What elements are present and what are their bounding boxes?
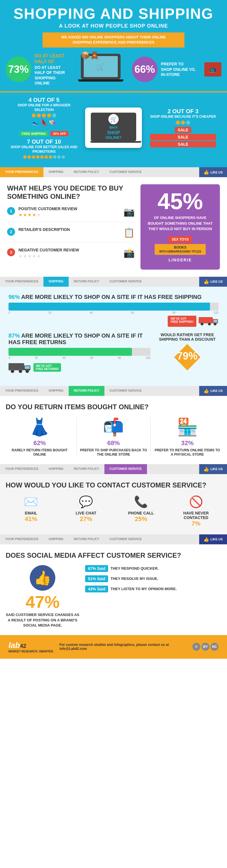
shipping-stat2-pct: 87%: [8, 333, 20, 339]
tab-shipping-4[interactable]: Shipping: [43, 464, 69, 474]
tab-return-policy-3[interactable]: Return Policy: [69, 386, 104, 396]
laptop-bottom: [90, 141, 141, 143]
tab-shipping-2[interactable]: Shipping: [43, 277, 69, 287]
tab-like-us-4[interactable]: 👍 Like Us: [199, 464, 227, 474]
shipping-stat1-desc: Are More Likely to Shop on a Site if It …: [21, 294, 202, 300]
email-icon: ✉️: [6, 495, 56, 508]
review-item1: 1 Positive Customer Review ★ ★ ★ ★ ★ 📷: [7, 207, 135, 222]
cc-icon: ©: [192, 643, 200, 651]
79-visual: 79%: [173, 343, 201, 373]
svg-point-3: [201, 322, 203, 326]
why-item1-count: 4 out of 5: [8, 97, 79, 103]
svg-rect-0: [199, 317, 213, 323]
subtitle: A Look at How People Shop Online: [3, 23, 224, 29]
return-person-icon1: 👗: [6, 417, 74, 437]
tab-like-us-2[interactable]: 👍 Like Us: [199, 277, 227, 287]
cs-item-email: ✉️ Email 41%: [6, 495, 56, 527]
diamond-sign-icon: 79%: [173, 343, 201, 371]
d2: [28, 155, 31, 159]
return-item3-desc: Prefer to Return Online Items to a Physi…: [153, 448, 221, 457]
free-badge: FREE SHIPPING: [20, 131, 48, 136]
main-stats-section: 73% DO AT LEAST HALF OF Do at Least Half…: [0, 50, 227, 91]
shipping-truck2-area: WE'VE GOTFREE RETURNS!: [8, 362, 150, 373]
tab-like-us-3[interactable]: 👍 Like Us: [199, 386, 227, 396]
tab-shipping-5[interactable]: Shipping: [43, 534, 69, 544]
tab-like-us-1[interactable]: 👍 Like Us: [199, 167, 227, 177]
tab-your-preferences-1[interactable]: Your Preferences: [0, 167, 43, 177]
nav-tabs-preferences: Your Preferences Shipping Return Policy …: [0, 167, 227, 177]
social-said-text: Said Customer Service Changes as a Resul…: [6, 612, 79, 628]
footer-logo-block: lab42 Market Research. Smarter.: [8, 641, 53, 653]
stat2-text: Prefer to Shop Online vs. In-Store: [161, 61, 196, 77]
tab-your-preferences-4[interactable]: Your Preferences: [0, 464, 43, 474]
d5: [40, 155, 44, 159]
free-returns-badge: WE'VE GOTFREE RETURNS!: [34, 363, 61, 372]
tab-your-preferences-2[interactable]: Your Preferences: [0, 277, 43, 287]
tab-shipping-3[interactable]: Shipping: [43, 386, 69, 396]
stat1-highlight-text: DO AT LEAST HALF OF: [35, 54, 65, 64]
tab-return-policy-1[interactable]: Return Policy: [69, 167, 104, 177]
tab-shipping-1[interactable]: Shipping: [43, 167, 69, 177]
shipping-stat3: Would Rather Get Free Shipping Than a Di…: [156, 333, 219, 373]
d6: [44, 155, 48, 159]
why-item2: FREE SHIPPING 30% OFF 7 out of 10 Shop O…: [8, 131, 79, 159]
dr3: [186, 121, 190, 125]
return-item3: 🏪 32% Prefer to Return Online Items to a…: [153, 417, 221, 457]
lingerie-badge: LINGERIE: [163, 256, 197, 264]
tab-customer-service-1[interactable]: Customer Service: [104, 167, 147, 177]
shipping-bar1-fill: [8, 303, 210, 311]
books-badge: BOOKSwith embarrassing titles: [155, 244, 206, 255]
return-item1-pct: 62%: [6, 439, 74, 447]
tab-your-preferences-3[interactable]: Your Preferences: [0, 386, 43, 396]
cs-phone-label: Phone Call: [116, 511, 166, 515]
shipping-bar1-container: [8, 303, 219, 311]
boxes-on-laptop: 📦🧸: [81, 51, 99, 60]
cs-email-label: Email: [6, 511, 56, 515]
tab-customer-service-2[interactable]: Customer Service: [104, 277, 147, 287]
tab-customer-service-3[interactable]: Customer Service: [104, 386, 147, 396]
appliance-visual: 📺: [204, 62, 221, 76]
stat1-block: 73% DO AT LEAST HALF OF Do at Least Half…: [6, 53, 70, 86]
social-row2: 51% Said They Resolve My Issue.: [85, 575, 221, 582]
why-item3: 2 out of 3 Shop Online Because It's Chea…: [150, 108, 216, 147]
cs-email-pct: 41%: [6, 515, 56, 523]
why-cart-icon: 🛒: [108, 114, 119, 124]
shipping-stat1: 96% Are More Likely to Shop on a Site if…: [8, 294, 219, 327]
tab-customer-service-5[interactable]: Customer Service: [104, 534, 147, 544]
why-item1-desc: Shop Online for a Broader Selection: [8, 103, 79, 112]
shipping-stat2-text: 87% Are More Likely to Shop on a Site if…: [8, 333, 150, 346]
tab-return-policy-5[interactable]: Return Policy: [69, 534, 104, 544]
cs-title: How Would You Like to Contact Customer S…: [6, 481, 221, 490]
shipping-stat2-inner: 87% Are More Likely to Shop on a Site if…: [8, 333, 219, 373]
why-item3-dots: [150, 121, 216, 125]
why-item1-dots: [8, 114, 79, 118]
tab-return-policy-2[interactable]: Return Policy: [69, 277, 104, 287]
return-item1-desc: Rarely Return Items Bought Online: [6, 448, 74, 457]
free-shipping-badge: WE'VE GOTFREE SHIPPING!: [168, 316, 196, 327]
social-big-pct: 47%: [26, 594, 60, 611]
dot5: [52, 114, 56, 118]
stars1: ★ ★ ★ ★ ★: [18, 212, 77, 218]
social-pct2: 51% Said: [85, 575, 108, 582]
cs-item-never: 🚫 Have Never Contacted 7%: [171, 495, 221, 527]
return-store-icon: 🏪: [153, 417, 221, 437]
return-item2: 📬 68% Prefer to Ship Purchases Back to t…: [79, 417, 147, 457]
return-title: Do You Return Items Bought Online?: [6, 403, 221, 411]
d7: [49, 155, 52, 159]
return-items-row: 👗 62% Rarely Return Items Bought Online …: [6, 417, 221, 457]
tab-like-us-5[interactable]: 👍 Like Us: [199, 534, 227, 544]
pref-stat-desc: of Online Shoppers Have Bought Something…: [146, 215, 214, 232]
review-num2: 2: [7, 228, 15, 236]
tab-your-preferences-5[interactable]: Your Preferences: [0, 534, 43, 544]
review-item3: 3 Negative Customer Review ★ ★ ★ ★ ★ 📸: [7, 248, 135, 263]
why-item3-count: 2 out of 3: [150, 108, 216, 115]
tab-return-policy-4[interactable]: Return Policy: [69, 464, 104, 474]
return-item2-pct: 68%: [79, 439, 147, 447]
why-left-col: 4 out of 5 Shop Online for a Broader Sel…: [8, 97, 79, 159]
pref-stat-pct: 45%: [146, 190, 214, 213]
tab-customer-service-4[interactable]: Customer Service: [104, 464, 147, 474]
review-content2: Retailer's Description: [18, 227, 70, 232]
svg-point-11: [26, 369, 29, 373]
cs-phone-pct: 25%: [116, 515, 166, 523]
social-desc1: They Respond Quicker.: [110, 566, 159, 571]
